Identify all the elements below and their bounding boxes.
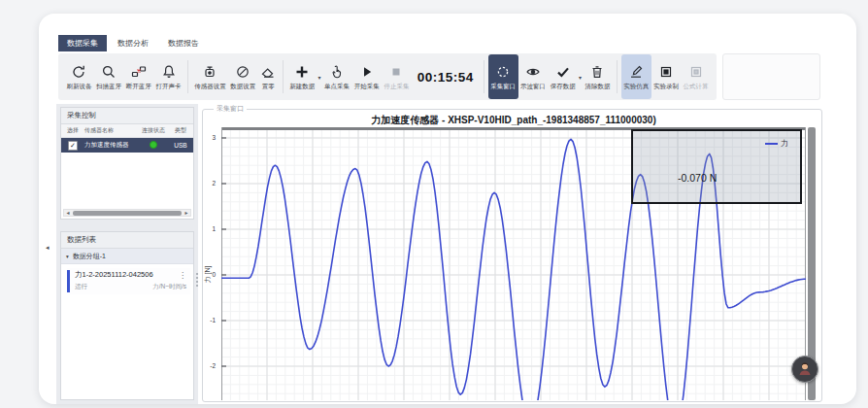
formula-icon <box>688 63 704 81</box>
more-menu-icon[interactable]: ⋮ <box>179 271 186 280</box>
hscroll-thumb[interactable] <box>73 211 182 216</box>
sensor-table-hscrollbar[interactable]: ◄ ► <box>63 209 191 217</box>
column-connection-status: 连接状态 <box>137 126 170 135</box>
panel-splitter-handle[interactable] <box>196 273 198 287</box>
person-avatar-icon <box>796 360 814 378</box>
column-select: 选择 <box>61 126 84 135</box>
sensor-name: 力加速度传感器 <box>84 141 137 150</box>
sound-card-icon <box>161 63 177 81</box>
capture-window-icon <box>495 63 511 81</box>
y-tick-label: 3 <box>200 134 216 141</box>
data-item-status: 运行 <box>75 283 87 291</box>
disconnect-bluetooth-button[interactable]: 断开蓝牙 <box>123 54 153 99</box>
scroll-left-icon[interactable]: ◄ <box>64 210 72 216</box>
caret-down-icon[interactable]: ▾ <box>318 74 321 81</box>
y-tick-label: 0 <box>200 271 216 278</box>
item-accent-bar <box>67 270 70 292</box>
y-tick-label: 2 <box>200 180 216 187</box>
y-tick-label: -1 <box>200 317 216 323</box>
data-list-header: 数据列表 <box>61 232 193 249</box>
toolbar-separator <box>484 60 484 93</box>
capture-control-header: 采集控制 <box>61 108 193 124</box>
new-data-plus-icon <box>294 63 310 81</box>
connection-status-dot <box>150 141 157 149</box>
stop-capture-button[interactable]: 停止采集 <box>382 54 412 99</box>
save-data-button[interactable]: 保存数据 <box>548 54 578 99</box>
data-item-axes: 力/N~时间/s <box>152 283 186 291</box>
data-group-row[interactable]: ▾ 数据分组-1 <box>61 249 193 264</box>
scan-bluetooth-button[interactable]: 扫描蓝牙 <box>94 54 124 99</box>
data-settings-button[interactable]: 数据设置 <box>228 54 258 99</box>
bluetooth-search-icon <box>101 63 117 81</box>
measurement-annotation: -0.070 N <box>678 172 717 184</box>
sensor-table-header: 选择 传感器名称 连接状态 类型 <box>61 124 193 138</box>
capture-window-frame-label: 采集窗口 <box>214 104 247 114</box>
capture-control-panel: 采集控制 选择 传感器名称 连接状态 类型 ✓ 力加速度传感器 USB ◄ ► <box>60 107 194 220</box>
app-window: 数据采集 数据分析 数据报告 刷新设备 扫描蓝牙 断开蓝牙 打开声卡 传感器设置… <box>0 0 868 408</box>
tab-data-analysis[interactable]: 数据分析 <box>109 35 157 51</box>
data-list-panel: 数据列表 ▾ 数据分组-1 力1-2-20251112-042506 ⋮ 运行 … <box>60 231 194 400</box>
tab-data-capture[interactable]: 数据采集 <box>58 35 107 51</box>
caret-down-icon[interactable]: ▾ <box>579 74 582 81</box>
save-check-icon <box>555 63 571 81</box>
sensor-type: USB <box>170 142 191 149</box>
wave-window-icon <box>525 63 541 81</box>
data-list-item[interactable]: 力1-2-20251112-042506 ⋮ 运行 力/N~时间/s <box>67 268 190 294</box>
single-point-capture-button[interactable]: 单点采集 <box>322 54 352 99</box>
toolbar: 刷新设备 扫描蓝牙 断开蓝牙 打开声卡 传感器设置 数据设置 置零 <box>58 53 717 100</box>
start-capture-button[interactable]: 开始采集 <box>351 54 382 99</box>
simulation-pen-icon <box>628 63 644 81</box>
formula-calc-button[interactable]: 公式计算 <box>681 54 711 99</box>
chart-title: 力加速度传感器 - XHSP-V10HID_path_-1981348857_1… <box>221 114 806 127</box>
zero-eraser-icon <box>260 63 276 81</box>
legend-line-swatch <box>765 143 778 145</box>
clear-trash-icon <box>589 63 605 81</box>
sidebar-collapse-icon[interactable]: ◂ <box>46 244 50 252</box>
bluetooth-disconnect-icon <box>131 63 147 81</box>
wave-window-button[interactable]: 示波窗口 <box>518 54 549 99</box>
refresh-device-button[interactable]: 刷新设备 <box>64 54 94 99</box>
play-icon <box>359 63 375 81</box>
user-avatar-button[interactable] <box>791 356 818 383</box>
y-tick-label: 1 <box>200 225 216 232</box>
experiment-simulation-button[interactable]: 实验仿真 <box>621 54 651 99</box>
single-point-icon <box>329 63 345 81</box>
stop-icon <box>388 63 404 81</box>
toolbar-separator <box>283 60 284 93</box>
tab-data-report[interactable]: 数据报告 <box>159 35 208 51</box>
record-icon <box>658 63 674 81</box>
new-data-button[interactable]: 新建数据 <box>287 54 317 99</box>
toolbar-separator <box>617 60 618 93</box>
column-type: 类型 <box>170 126 191 135</box>
group-expand-icon[interactable]: ▾ <box>66 254 69 259</box>
legend-series-label: 力 <box>781 138 788 149</box>
data-settings-icon <box>235 63 250 81</box>
sensor-settings-icon <box>202 63 217 81</box>
sensor-settings-button[interactable]: 传感器设置 <box>192 54 228 99</box>
clear-data-button[interactable]: 清除数据 <box>583 54 613 99</box>
capture-window-button[interactable]: 采集窗口 <box>488 54 518 99</box>
data-item-title: 力1-2-20251112-042506 <box>75 270 153 280</box>
data-group-label: 数据分组-1 <box>73 252 106 261</box>
y-tick-label: -2 <box>200 362 216 369</box>
main-tab-bar: 数据采集 数据分析 数据报告 <box>58 35 208 51</box>
toolbar-separator <box>187 60 188 93</box>
open-soundcard-button[interactable]: 打开声卡 <box>153 54 184 99</box>
column-sensor-name: 传感器名称 <box>84 126 137 135</box>
sensor-checkbox[interactable]: ✓ <box>68 141 78 151</box>
experiment-record-button[interactable]: 实验录制 <box>651 54 682 99</box>
scroll-right-icon[interactable]: ► <box>183 210 190 216</box>
refresh-icon <box>71 63 86 81</box>
chart-legend: 力 <box>765 138 788 149</box>
zero-button[interactable]: 置零 <box>258 54 279 99</box>
toolbar-empty-section <box>722 53 820 100</box>
capture-timer: 00:15:54 <box>417 70 474 85</box>
sensor-table-row[interactable]: ✓ 力加速度传感器 USB <box>61 138 193 153</box>
